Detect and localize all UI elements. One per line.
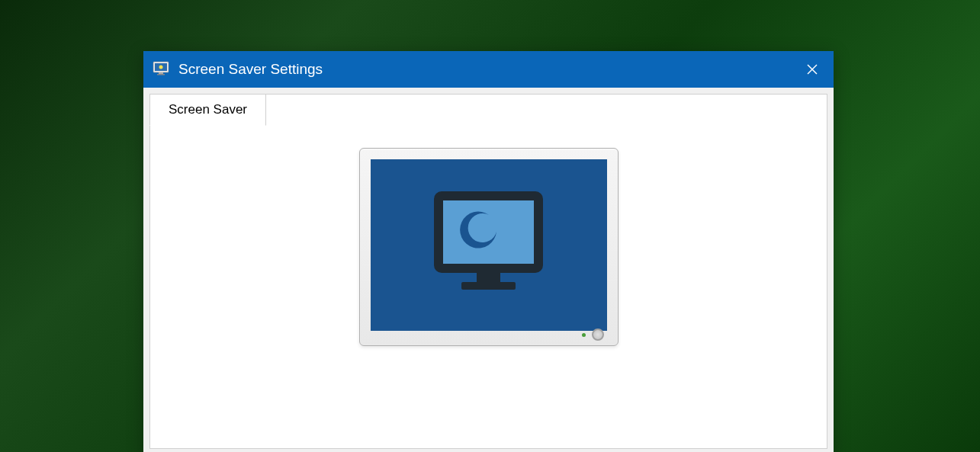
screensaver-graphic-icon xyxy=(429,190,548,300)
svg-rect-2 xyxy=(159,72,163,74)
dialog-body: Screen Saver xyxy=(143,88,834,452)
monitor-preview xyxy=(359,148,619,377)
screensaver-icon xyxy=(153,60,171,79)
monitor-base xyxy=(360,327,618,342)
screen-saver-settings-dialog: Screen Saver Settings Screen Saver xyxy=(143,51,834,452)
close-icon xyxy=(807,64,818,75)
power-button-icon xyxy=(592,329,604,341)
close-button[interactable] xyxy=(791,51,834,88)
svg-rect-10 xyxy=(461,282,516,290)
svg-point-4 xyxy=(159,66,163,69)
window-title: Screen Saver Settings xyxy=(178,61,323,78)
monitor-frame xyxy=(359,148,619,346)
titlebar[interactable]: Screen Saver Settings xyxy=(143,51,834,88)
svg-rect-8 xyxy=(448,205,529,259)
svg-rect-3 xyxy=(157,74,165,75)
svg-rect-9 xyxy=(477,268,500,282)
power-led-icon xyxy=(582,333,586,337)
monitor-screen xyxy=(371,159,607,331)
tab-screen-saver[interactable]: Screen Saver xyxy=(149,94,266,126)
tab-panel: Screen Saver xyxy=(149,94,827,449)
tab-content xyxy=(150,95,827,448)
